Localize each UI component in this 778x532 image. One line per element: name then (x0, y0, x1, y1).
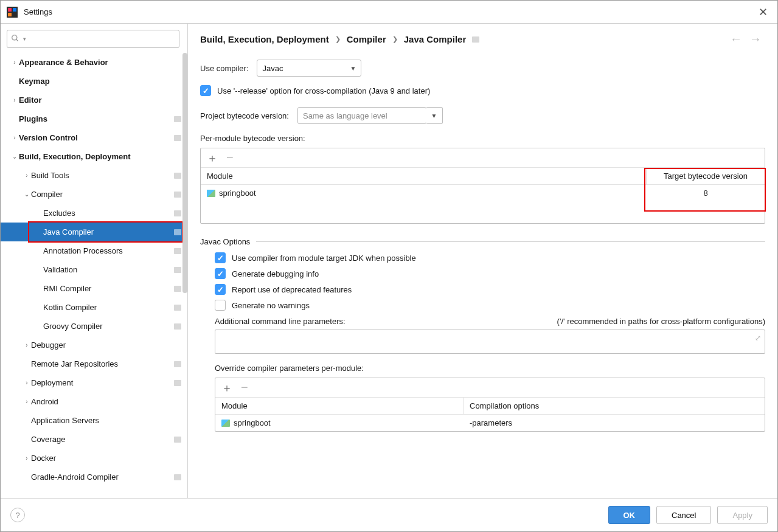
project-badge-icon (174, 229, 181, 235)
apply-button[interactable]: Apply (717, 506, 768, 524)
tree-item-plugins[interactable]: Plugins (1, 109, 187, 128)
titlebar: Settings ✕ (1, 1, 777, 24)
use-compiler-select[interactable]: Javac ▼ (257, 60, 361, 77)
tree-item-debugger[interactable]: ›Debugger (1, 336, 187, 354)
tree-item-compiler[interactable]: ⌄Compiler (1, 185, 187, 204)
module-icon (221, 420, 230, 427)
project-badge-icon (174, 305, 181, 311)
tree-item-build-execution-deployment[interactable]: ⌄Build, Execution, Deployment (1, 147, 187, 166)
tree-item-keymap[interactable]: Keymap (1, 72, 187, 91)
additional-params-label: Additional command line parameters: (215, 317, 346, 326)
project-badge-icon (174, 192, 181, 198)
chevron-down-icon: ▼ (350, 65, 356, 72)
breadcrumb: Build, Execution, Deployment ❯ Compiler … (188, 24, 777, 52)
add-button[interactable]: ＋ (207, 151, 218, 165)
javac-options-title: Javac Options (200, 237, 250, 246)
tree-item-editor[interactable]: ›Editor (1, 91, 187, 109)
additional-params-hint: ('/' recommended in paths for cross-plat… (557, 317, 765, 326)
remove-button[interactable]: − (241, 381, 248, 395)
svg-rect-3 (13, 8, 16, 12)
svg-line-5 (16, 39, 18, 41)
chevron-down-icon: ⌄ (23, 191, 31, 198)
scrollbar[interactable] (182, 53, 187, 293)
project-badge-icon (174, 323, 181, 330)
additional-params-input[interactable]: ⤢ (215, 330, 765, 354)
project-badge-icon (174, 474, 181, 480)
project-badge-icon (472, 36, 479, 43)
tree-item-build-tools[interactable]: ›Build Tools (1, 166, 187, 185)
tree-item-gradle-android-compiler[interactable]: Gradle-Android Compiler (1, 468, 187, 486)
override-table: ＋ − Module Compilation options springboo… (215, 378, 765, 432)
chevron-right-icon: › (23, 342, 31, 348)
project-badge-icon (174, 173, 181, 179)
crumb-1[interactable]: Compiler (347, 34, 386, 44)
tree-item-docker[interactable]: ›Docker (1, 449, 187, 468)
th-options: Compilation options (464, 398, 765, 414)
close-icon[interactable]: ✕ (755, 5, 771, 19)
project-badge-icon (174, 116, 181, 122)
tree-item-rmi-compiler[interactable]: RMI Compiler (1, 279, 187, 298)
table-row[interactable]: springboot 8 (201, 185, 765, 201)
chevron-right-icon: › (10, 59, 19, 66)
back-arrow-icon[interactable]: ← (726, 32, 746, 46)
chevron-down-icon: ▼ (431, 112, 437, 119)
crumb-0[interactable]: Build, Execution, Deployment (200, 34, 329, 44)
window-title: Settings (24, 7, 755, 16)
tree-item-application-servers[interactable]: Application Servers (1, 411, 187, 430)
search-input[interactable]: ▾ (7, 30, 179, 48)
dropdown-icon: ▾ (23, 36, 26, 42)
project-badge-icon (174, 286, 181, 292)
per-module-label: Per-module bytecode version: (200, 134, 765, 143)
search-icon (11, 34, 19, 44)
project-bytecode-label: Project bytecode version: (200, 111, 289, 120)
override-label: Override compiler parameters per-module: (215, 364, 765, 373)
crumb-2: Java Compiler (404, 34, 467, 44)
chevron-right-icon: › (10, 97, 19, 103)
chevron-right-icon: › (23, 455, 31, 461)
opt-nowarn-checkbox[interactable] (215, 300, 226, 311)
tree-item-kotlin-compiler[interactable]: Kotlin Compiler (1, 298, 187, 317)
chevron-down-icon: ⌄ (10, 153, 19, 160)
project-badge-icon (174, 135, 181, 141)
project-bytecode-select[interactable]: Same as language level (297, 107, 426, 124)
tree-item-android[interactable]: ›Android (1, 392, 187, 411)
app-icon (7, 7, 18, 18)
ok-button[interactable]: OK (608, 506, 651, 524)
release-option-checkbox[interactable] (200, 85, 211, 96)
sidebar: ▾ ›Appearance & BehaviorKeymap›EditorPlu… (1, 24, 188, 498)
opt-jdk-checkbox[interactable] (215, 252, 226, 263)
table-row[interactable]: springboot -parameters (215, 415, 765, 431)
release-option-label: Use '--release' option for cross-compila… (217, 86, 430, 95)
tree-item-appearance-behavior[interactable]: ›Appearance & Behavior (1, 53, 187, 72)
module-icon (207, 190, 215, 197)
chevron-right-icon: › (23, 379, 31, 386)
tree-item-java-compiler[interactable]: Java Compiler (1, 223, 187, 241)
project-badge-icon (174, 210, 181, 216)
remove-button[interactable]: − (226, 151, 234, 165)
svg-rect-2 (8, 13, 12, 16)
chevron-right-icon: › (23, 172, 31, 179)
use-compiler-label: Use compiler: (200, 64, 248, 73)
project-badge-icon (174, 248, 181, 254)
forward-arrow-icon[interactable]: → (746, 32, 765, 46)
opt-deprecated-checkbox[interactable] (215, 284, 226, 295)
cancel-button[interactable]: Cancel (656, 506, 711, 524)
project-badge-icon (174, 380, 181, 386)
project-badge-icon (174, 267, 181, 273)
tree-item-version-control[interactable]: ›Version Control (1, 128, 187, 147)
tree-item-validation[interactable]: Validation (1, 260, 187, 279)
help-button[interactable]: ? (10, 508, 25, 522)
tree-item-annotation-processors[interactable]: Annotation Processors (1, 241, 187, 260)
tree-item-excludes[interactable]: Excludes (1, 204, 187, 223)
tree-item-groovy-compiler[interactable]: Groovy Compiler (1, 317, 187, 336)
chevron-right-icon: ❯ (392, 35, 398, 43)
project-bytecode-dropdown[interactable]: ▼ (426, 107, 443, 124)
tree-item-remote-jar-repositories[interactable]: Remote Jar Repositories (1, 354, 187, 373)
tree-item-deployment[interactable]: ›Deployment (1, 373, 187, 392)
expand-icon[interactable]: ⤢ (755, 334, 761, 342)
chevron-right-icon: ❯ (335, 35, 341, 43)
tree-item-coverage[interactable]: Coverage (1, 430, 187, 449)
footer: ? OK Cancel Apply (1, 498, 777, 531)
opt-debug-checkbox[interactable] (215, 268, 226, 279)
add-button[interactable]: ＋ (221, 381, 232, 395)
